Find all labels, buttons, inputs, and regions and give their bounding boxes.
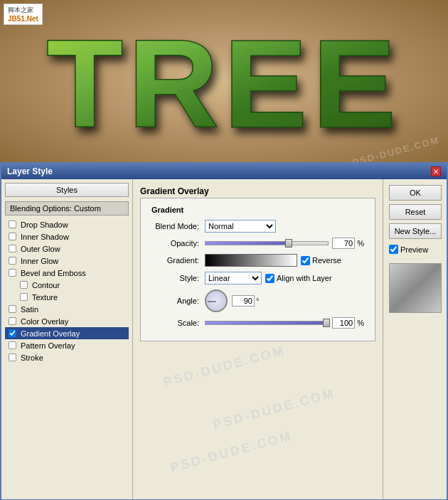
layer-item-outer-glow[interactable]: Outer Glow [5,243,129,255]
ok-button[interactable]: OK [389,185,442,201]
opacity-percent: % [357,239,364,248]
drop-shadow-checkbox[interactable] [9,220,16,228]
gradient-overlay-checkbox[interactable] [9,329,16,337]
opacity-slider-track[interactable] [205,241,329,245]
layer-item-color-overlay[interactable]: Color Overlay [5,315,129,327]
tree-canvas-image: TREE [0,14,448,147]
logo-line1: 脚本之家 [8,6,38,15]
angle-dial[interactable] [205,289,228,312]
layer-item-pattern-overlay[interactable]: Pattern Overlay [5,339,129,351]
texture-checkbox[interactable] [20,293,28,301]
preview-row: Preview [389,245,441,254]
section-title: Gradient Overlay [140,186,375,196]
opacity-value-input[interactable] [332,238,355,249]
layer-item-inner-glow[interactable]: Inner Glow [5,255,129,267]
watermark-2: PSD-DUDE.COM [211,385,336,432]
angle-hand [208,302,216,302]
layer-item-texture[interactable]: Texture [5,291,129,303]
angle-row: Angle: ° [151,289,364,312]
right-area: Gradient Overlay Gradient Blend Mode: No… [133,179,447,499]
stroke-checkbox[interactable] [9,353,16,361]
scale-slider-fill [206,321,328,324]
watermark-1: PSD-DUDE.COM [161,345,287,390]
scale-control: % [205,317,364,329]
svg-text:TREE: TREE [47,14,402,146]
style-control: Linear Radial Angle Reflected Diamond Al… [205,272,364,284]
angle-label: Angle: [151,297,205,305]
inner-shadow-checkbox[interactable] [9,233,16,240]
scale-value-input[interactable] [332,317,355,329]
reverse-label: Reverse [301,256,341,265]
opacity-slider-thumb[interactable] [285,239,292,248]
preview-image [390,264,441,312]
blend-mode-label: Blend Mode: [151,222,205,230]
buttons-panel: OK Reset New Style... Preview [383,179,447,499]
reset-button[interactable]: Reset [389,204,442,220]
dialog-title: Layer Style [7,166,53,176]
preview-label-text: Preview [400,245,428,254]
pattern-overlay-checkbox[interactable] [9,341,16,349]
left-panel: Styles Blending Options: Custom Drop Sha… [1,179,133,499]
gradient-label: Gradient: [151,256,205,265]
watermark-3: PSD-DUDE.COM [169,428,294,475]
inner-glow-checkbox[interactable] [9,257,16,265]
scale-slider-track[interactable] [205,321,329,325]
dialog-body: Styles Blending Options: Custom Drop Sha… [1,179,447,499]
layer-item-inner-shadow[interactable]: Inner Shadow [5,230,129,243]
opacity-label: Opacity: [151,239,205,248]
blend-mode-row: Blend Mode: Normal Multiply Screen Overl… [151,220,364,233]
main-content: Gradient Overlay Gradient Blend Mode: No… [133,179,383,499]
bevel-emboss-checkbox[interactable] [9,269,16,277]
layer-item-stroke[interactable]: Stroke [5,351,129,363]
layer-item-contour[interactable]: Contour [5,279,129,291]
satin-checkbox[interactable] [9,305,16,313]
angle-value-input[interactable] [232,295,255,307]
gradient-control: Reverse [205,254,364,267]
angle-control: ° [205,289,364,312]
preview-checkbox[interactable] [389,245,398,254]
dialog-titlebar: Layer Style ✕ [1,164,447,179]
scale-slider-thumb[interactable] [323,319,330,327]
style-label: Style: [151,274,205,282]
scale-row: Scale: % [151,317,364,329]
section-subtitle: Gradient [151,206,364,214]
style-row: Style: Linear Radial Angle Reflected Dia… [151,272,364,284]
scale-percent: % [357,319,364,327]
styles-button[interactable]: Styles [5,183,129,197]
logo-badge: 脚本之家 JB51.Net [4,4,43,25]
close-button[interactable]: ✕ [431,166,441,176]
layer-item-drop-shadow[interactable]: Drop Shadow [5,218,129,230]
scale-label: Scale: [151,319,205,327]
layer-item-satin[interactable]: Satin [5,303,129,315]
degree-label: ° [256,297,259,305]
logo-line2: JB51.Net [8,15,38,23]
blending-options-item[interactable]: Blending Options: Custom [5,201,129,216]
layer-item-bevel-emboss[interactable]: Bevel and Emboss [5,267,129,279]
preview-box [389,263,442,313]
align-with-layer-label: Align with Layer [265,274,332,283]
opacity-control: % [205,238,364,249]
blend-mode-select[interactable]: Normal Multiply Screen Overlay [205,220,276,233]
lower-content-area: PSD-DUDE.COM PSD-DUDE.COM PSD-DUDE.COM [140,345,375,487]
align-layer-checkbox[interactable] [265,274,274,283]
blend-mode-control: Normal Multiply Screen Overlay [205,220,364,233]
outer-glow-checkbox[interactable] [9,245,16,252]
gradient-row: Gradient: Reverse [151,254,364,267]
contour-checkbox[interactable] [20,281,28,289]
gradient-preview-bar[interactable] [205,254,297,267]
reverse-checkbox[interactable] [301,256,310,265]
new-style-button[interactable]: New Style... [389,223,442,239]
layer-item-gradient-overlay[interactable]: Gradient Overlay [5,327,129,339]
canvas-area: 脚本之家 JB51.Net TREE PSD-DUDE.CO [0,0,448,164]
color-overlay-checkbox[interactable] [9,317,16,325]
opacity-row: Opacity: % [151,238,364,249]
gradient-overlay-panel: Gradient Blend Mode: Normal Multiply Scr… [140,198,375,341]
style-select[interactable]: Linear Radial Angle Reflected Diamond [205,272,262,284]
opacity-slider-fill [206,242,292,245]
layer-style-dialog: Layer Style ✕ Styles Blending Options: C… [0,162,448,500]
